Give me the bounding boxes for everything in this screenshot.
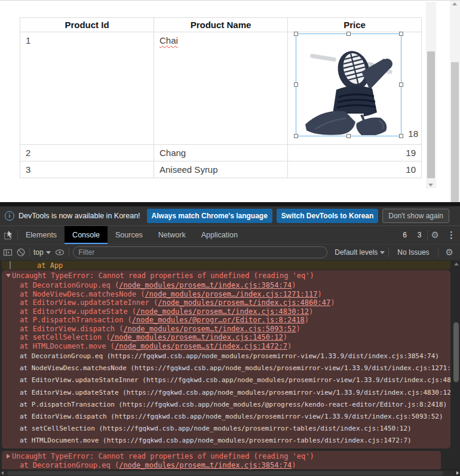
close-icon[interactable]: × (458, 212, 460, 220)
editor-content-area: Product Id Product Name Price 1 Chai 2 C… (0, 0, 460, 202)
selection-handle[interactable] (346, 134, 351, 138)
triangle-expanded-icon[interactable] (6, 274, 11, 277)
scroll-down-arrow-icon[interactable] (428, 184, 433, 187)
selection-handle[interactable] (294, 32, 298, 36)
editor-scrollbar[interactable] (426, 2, 436, 188)
selection-handle[interactable] (294, 134, 298, 138)
stack-frame: at DecorationGroup.eq (/node_modules/pro… (20, 461, 296, 470)
warning-stack-frame[interactable]: at App (37, 261, 63, 270)
source-link[interactable]: /node_modules/prosem…t/index.cjs:5093:52 (123, 325, 296, 333)
tab-console[interactable]: Console (65, 226, 108, 244)
live-expression-eye-icon[interactable] (54, 248, 65, 257)
source-link[interactable]: /node_modules/prosem…/index.cjs:1271:117 (145, 290, 318, 298)
cell-product-name[interactable]: Aniseed Syrup (154, 161, 288, 178)
issues-counter[interactable]: No Issues (392, 248, 434, 257)
match-language-button[interactable]: Always match Chrome's language (147, 209, 272, 223)
source-link[interactable]: /node_modules/prosem…t/index.cjs:3854:74 (119, 281, 292, 289)
console-settings-gear-icon[interactable]: ⚙ (442, 247, 457, 258)
frame-close: ) (309, 307, 313, 316)
log-levels-label: Default levels (335, 248, 378, 257)
cell-product-id[interactable]: 2 (20, 145, 154, 161)
frame-fn: at EditorView.updateState ( (20, 307, 136, 316)
kendo-fighter-image[interactable] (297, 35, 400, 135)
scroll-up-arrow-icon[interactable] (454, 263, 459, 266)
context-selector[interactable]: top (33, 248, 51, 257)
selection-handle[interactable] (346, 32, 351, 36)
console-sidebar-icon[interactable] (3, 248, 13, 257)
page-scrollbar[interactable] (450, 1, 460, 203)
warning-count-badge[interactable]: 3 (412, 231, 427, 239)
source-link[interactable]: /node_modules/prosem…t/index.cjs:3854:74 (119, 461, 292, 469)
stack-frame: at HTMLDocument.move (/node_modules/pros… (20, 342, 292, 351)
tab-elements[interactable]: Elements (18, 226, 65, 244)
filter-input[interactable] (73, 246, 328, 258)
header-product-name: Product Name (154, 18, 288, 32)
context-selector-label: top (33, 248, 44, 257)
raw-stack-line: at NodeViewDesc.matchesNode (https://fgq… (20, 364, 450, 376)
tab-application[interactable]: Application (194, 226, 246, 244)
cell-product-id[interactable]: 3 (20, 161, 154, 178)
selection-handle[interactable] (399, 134, 403, 138)
stack-frame: at EditorView.updateStateInner (/node_mo… (20, 298, 335, 307)
log-levels-selector[interactable]: Default levels (335, 248, 385, 257)
dont-show-again-button[interactable]: Don't show again (382, 209, 449, 223)
scroll-up-arrow-icon[interactable] (452, 2, 457, 5)
source-link[interactable]: /node_modules/prosem…t/index.cjs:4830:12 (136, 307, 309, 316)
selection-handle[interactable] (399, 32, 403, 36)
scroll-left-arrow-icon[interactable] (1, 471, 4, 475)
source-link[interactable]: /node_modules/prosem…t/index.cjs:1450:12 (111, 333, 283, 341)
console-error-expanded[interactable]: Uncaught TypeError: Cannot read properti… (2, 270, 450, 448)
misspelled-word[interactable]: Chai (160, 35, 178, 45)
chevron-down-icon (380, 251, 385, 254)
stack-indent-bar (10, 261, 11, 269)
inspect-icon (4, 230, 14, 240)
console-horizontal-scrollbar[interactable] (0, 469, 460, 476)
source-link[interactable]: /node_modules/prosem…st/index.cjs:1472:7 (115, 342, 287, 350)
selection-handle[interactable] (399, 83, 403, 87)
clear-console-icon[interactable] (16, 248, 26, 257)
cell-product-id[interactable]: 1 (20, 32, 154, 145)
cell-price[interactable]: 19 (288, 145, 422, 161)
scroll-right-arrow-icon[interactable] (456, 471, 459, 475)
switch-to-korean-button[interactable]: Switch DevTools to Korean (277, 209, 378, 223)
screen: Product Id Product Name Price 1 Chai 2 C… (0, 0, 460, 476)
frame-fn: at DecorationGroup.eq ( (20, 281, 119, 289)
cell-product-name[interactable]: Chai (154, 32, 288, 145)
frame-fn: at P.dispatchTransaction ( (20, 316, 132, 324)
error-message: Uncaught TypeError: Cannot read properti… (12, 452, 314, 460)
cell-product-name[interactable]: Chang (154, 145, 288, 161)
raw-stack-line: at DecorationGroup.eq (https://fgqkwd.cs… (20, 352, 439, 364)
frame-close: ) (283, 333, 287, 341)
tab-sources[interactable]: Sources (108, 226, 151, 244)
warning-message-tail: at App (2, 261, 450, 270)
editor-scrollbar-thumb[interactable] (427, 51, 435, 178)
error-message: Uncaught TypeError: Cannot read properti… (12, 271, 314, 280)
selection-handle[interactable] (294, 83, 298, 87)
triangle-collapsed-icon[interactable] (7, 454, 10, 459)
selected-image-frame[interactable] (296, 33, 401, 136)
table-header-row: Product Id Product Name Price (20, 18, 422, 32)
inspect-element-button[interactable] (0, 226, 17, 244)
cell-price[interactable]: 10 (288, 161, 422, 178)
stack-frame: at P.dispatchTransaction (/node_modules/… (20, 316, 309, 325)
spacer (246, 226, 397, 244)
tab-network[interactable]: Network (151, 226, 194, 244)
console-vertical-scrollbar[interactable] (452, 260, 460, 469)
more-menu-icon[interactable]: ⋮ (443, 230, 460, 240)
source-link[interactable]: /node_modules/@progr…or/Editor.js:8:2418 (132, 316, 305, 324)
chevron-down-icon (46, 251, 51, 254)
devtools-tabbar: Elements Console Sources Network Applica… (0, 225, 460, 244)
console-scrollbar-thumb[interactable] (453, 322, 459, 382)
page-scrollbar-thumb[interactable] (451, 62, 459, 202)
raw-stack-line: at EditorView.updateStateInner (https://… (20, 376, 450, 388)
console-toolbar: top Default levels No Issues ⚙ (0, 244, 460, 260)
gear-icon[interactable]: ⚙ (428, 230, 443, 240)
header-price: Price (288, 18, 422, 32)
hscrollbar-thumb[interactable] (7, 471, 443, 475)
divider (69, 248, 69, 257)
source-link[interactable]: /node_modules/prosem…t/index.cjs:4860:47 (158, 298, 330, 307)
info-glyph: i (9, 213, 11, 219)
stack-frame: at NodeViewDesc.matchesNode (/node_modul… (20, 290, 322, 299)
error-count-badge[interactable]: 6 (397, 231, 412, 239)
stack-frame: at EditorView.dispatch (/node_modules/pr… (20, 325, 300, 334)
